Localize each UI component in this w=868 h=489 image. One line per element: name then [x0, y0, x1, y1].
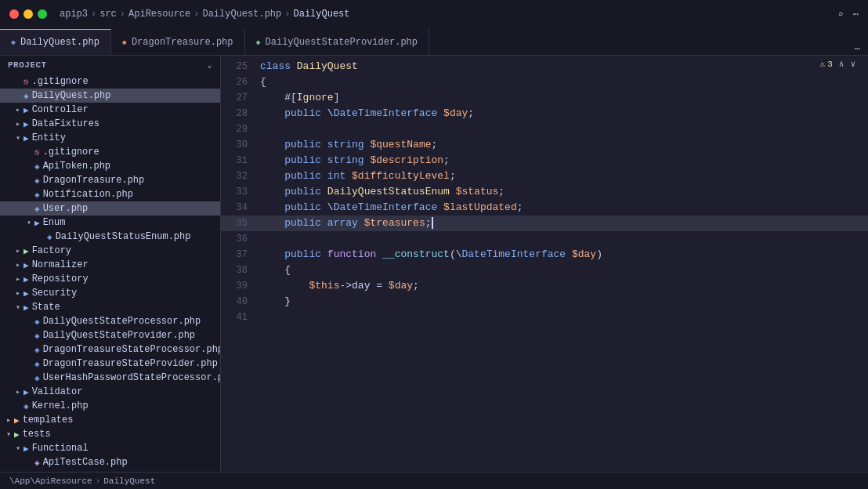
- code-content: public DailyQuestStatusEnum $status;: [260, 184, 868, 200]
- git-icon: ⎋: [34, 147, 40, 158]
- sidebar-item-user-php[interactable]: ◈ User.php: [0, 201, 220, 216]
- php-icon: ◈: [256, 38, 261, 47]
- sidebar-item-apitestcase-php[interactable]: ◈ ApiTestCase.php: [0, 455, 220, 469]
- sidebar-item-label: ApiTestCase.php: [43, 457, 128, 468]
- sidebar-item-dailyquest-php[interactable]: ◈ DailyQuest.php: [0, 89, 220, 103]
- editor-toolbar: ⚠ 3 ∧ ∨: [820, 59, 855, 69]
- chevron-icon: ▾: [13, 444, 24, 453]
- warning-badge: ⚠ 3: [820, 59, 833, 69]
- sidebar-item-state[interactable]: ▾▶ State: [0, 300, 220, 314]
- sidebar-item-notification-php[interactable]: ◈ Notification.php: [0, 187, 220, 201]
- maximize-button[interactable]: [38, 9, 47, 19]
- breadcrumb-item[interactable]: ApiResource: [128, 9, 190, 20]
- folder-blue-icon: ▶: [24, 274, 29, 284]
- sidebar-item-userhashpasswordstateprocessor-php[interactable]: ◈ UserHashPasswordStateProcessor.p: [0, 371, 220, 385]
- tab-label: DragonTreasure.php: [132, 37, 233, 48]
- tab-more-button[interactable]: ⋯: [847, 43, 868, 55]
- code-line: 30 public string $questName;: [221, 137, 868, 153]
- tab-daily-quest[interactable]: ◈ DailyQuest.php: [0, 29, 111, 55]
- sidebar-item-datafixtures[interactable]: ▸▶ DataFixtures: [0, 117, 220, 131]
- code-content: }: [260, 294, 868, 310]
- sidebar-item-dragontreasurestateprovider2-php[interactable]: ◈ DragonTreasureStateProvider.php: [0, 357, 220, 371]
- sidebar-item-tests[interactable]: ▾▶ tests: [0, 427, 220, 441]
- code-line: 37 public function __construct(\DateTime…: [221, 247, 868, 263]
- tab-dragon-treasure[interactable]: ◈ DragonTreasure.php: [111, 29, 245, 55]
- line-number: 30: [221, 137, 260, 153]
- scroll-up-icon[interactable]: ∧: [839, 59, 844, 69]
- minimize-button[interactable]: [24, 9, 33, 19]
- sidebar-item-security[interactable]: ▸▶ Security: [0, 286, 220, 300]
- php-blue-icon: ◈: [24, 401, 29, 411]
- sidebar-header: Project ⌄: [0, 56, 220, 74]
- folder-blue-icon: ▶: [24, 302, 29, 313]
- sidebar-item-label: ApiToken.php: [43, 161, 110, 172]
- sidebar-item-label: DailyQuestStateProcessor.php: [43, 316, 201, 327]
- breadcrumb: apip3 › src › ApiResource › DailyQuest.p…: [60, 9, 350, 20]
- sidebar-item-label: State: [32, 302, 60, 313]
- code-line: 32 public int $difficultyLevel;: [221, 168, 868, 184]
- sidebar-item-factory[interactable]: ▸▶ Factory: [0, 244, 220, 258]
- warning-count: 3: [827, 60, 833, 69]
- code-line: 36: [221, 231, 868, 247]
- sidebar-item-label: DragonTreasureStateProcessor.php: [43, 344, 220, 355]
- sidebar-item-enum[interactable]: ▾▶ Enum: [0, 216, 220, 230]
- sidebar: Project ⌄ ⎋ .gitignore◈ DailyQuest.php▸▶…: [0, 56, 221, 472]
- sidebar-item-dragontreasurestateprovider-php[interactable]: ◈ DragonTreasureStateProcessor.php: [0, 342, 220, 357]
- footer-breadcrumb: \App\ApiResource › DailyQuest: [0, 472, 868, 489]
- php-blue-icon: ◈: [34, 331, 40, 341]
- breadcrumb-separator: ›: [91, 9, 96, 20]
- ellipsis-icon[interactable]: ⋯: [853, 9, 859, 20]
- sidebar-item-label: Normalizer: [32, 259, 89, 270]
- sidebar-item-dragontreasure-php[interactable]: ◈ DragonTreasure.php: [0, 173, 220, 187]
- sidebar-item-entity[interactable]: ▾▶ Entity: [0, 131, 220, 145]
- code-content: public string $description;: [260, 153, 868, 168]
- code-content: #[Ignore]: [260, 90, 868, 106]
- close-button[interactable]: [9, 9, 19, 19]
- sidebar-item-label: DailyQuest.php: [32, 90, 111, 101]
- chevron-icon: ▸: [13, 246, 24, 255]
- php-blue-icon: ◈: [34, 317, 40, 327]
- code-content: $this->day = $day;: [260, 278, 868, 294]
- folder-blue-icon: ▶: [24, 133, 29, 143]
- line-number: 28: [221, 106, 260, 121]
- line-number: 29: [221, 121, 260, 137]
- code-line: 28 public \DateTimeInterface $day;: [221, 106, 868, 121]
- sidebar-item-dailyqueststateprocessor-php[interactable]: ◈ DailyQuestStateProcessor.php: [0, 314, 220, 328]
- scroll-down-icon[interactable]: ∨: [850, 59, 855, 69]
- titlebar-actions[interactable]: ⌕ ⋯: [838, 9, 859, 20]
- sidebar-item-controller[interactable]: ▸▶ Controller: [0, 103, 220, 117]
- sidebar-item-label: Security: [32, 288, 78, 299]
- sidebar-item-dailyqueststateprovider-php[interactable]: ◈ DailyQuestStateProvider.php: [0, 328, 220, 342]
- code-editor[interactable]: ⚠ 3 ∧ ∨ 25class DailyQuest26{27 #[Ignore…: [221, 56, 868, 472]
- sidebar-item-functional[interactable]: ▾▶ Functional: [0, 441, 220, 455]
- sidebar-item-kernel-php[interactable]: ◈ Kernel.php: [0, 399, 220, 413]
- titlebar: apip3 › src › ApiResource › DailyQuest.p…: [0, 0, 868, 28]
- chevron-down-icon[interactable]: ⌄: [207, 60, 212, 70]
- code-content: public \DateTimeInterface $day;: [260, 106, 868, 121]
- breadcrumb-item[interactable]: DailyQuest.php: [202, 9, 281, 20]
- chevron-icon: ▾: [24, 218, 34, 227]
- php-blue-icon: ◈: [47, 232, 52, 242]
- code-content: public int $difficultyLevel;: [260, 168, 868, 184]
- sidebar-item-normalizer[interactable]: ▸▶ Normalizer: [0, 258, 220, 272]
- sidebar-item-repository[interactable]: ▸▶ Repository: [0, 272, 220, 286]
- window-controls[interactable]: [9, 9, 47, 19]
- sidebar-item-apitoken-php[interactable]: ◈ ApiToken.php: [0, 159, 220, 173]
- sidebar-item-templates[interactable]: ▸▶ templates: [0, 413, 220, 427]
- breadcrumb-item[interactable]: apip3: [60, 9, 88, 20]
- code-line: 25class DailyQuest: [221, 59, 868, 74]
- folder-blue-icon: ▶: [34, 218, 40, 228]
- folder-blue-icon: ▶: [24, 260, 29, 270]
- code-line: 38 {: [221, 263, 868, 278]
- search-icon[interactable]: ⌕: [838, 9, 844, 20]
- sidebar-item-validator[interactable]: ▸▶ Validator: [0, 385, 220, 399]
- sidebar-item-gitignore-root[interactable]: ⎋ .gitignore: [0, 74, 220, 89]
- sidebar-item-label: UserHashPasswordStateProcessor.p: [43, 372, 220, 383]
- sidebar-item-label: Factory: [32, 245, 71, 256]
- breadcrumb-item[interactable]: src: [99, 9, 117, 20]
- file-tree: ⎋ .gitignore◈ DailyQuest.php▸▶ Controlle…: [0, 74, 220, 472]
- sidebar-item-dailyqueststatusenum-php[interactable]: ◈ DailyQuestStatusEnum.php: [0, 230, 220, 244]
- tab-daily-quest-state[interactable]: ◈ DailyQuestStateProvider.php: [245, 29, 429, 55]
- sidebar-item-gitignore-entity[interactable]: ⎋ .gitignore: [0, 145, 220, 159]
- line-number: 40: [221, 294, 260, 310]
